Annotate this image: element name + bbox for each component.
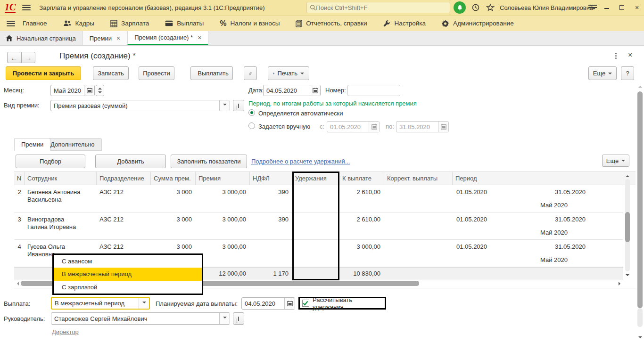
bonus-type-dropdown-button[interactable] (219, 100, 230, 111)
page-tab-additional[interactable]: Дополнительно (43, 138, 102, 151)
scroll-right-icon[interactable] (619, 282, 622, 286)
tab-home[interactable]: Начальная страница (0, 31, 83, 45)
section-payments[interactable]: Выплаты (165, 20, 204, 27)
main-menu-icon[interactable] (22, 5, 31, 10)
col-n[interactable]: N (14, 172, 25, 185)
section-administration[interactable]: Администрирование (442, 20, 514, 27)
period-to-field[interactable] (396, 121, 449, 132)
number-field[interactable] (347, 85, 400, 96)
minimize-button[interactable] (602, 3, 612, 12)
pick-button[interactable]: Подбор (16, 155, 85, 168)
period-manual-radio[interactable] (248, 122, 255, 129)
payment-input[interactable] (52, 298, 139, 309)
manager-input[interactable] (51, 313, 219, 324)
section-main[interactable]: Главное (23, 20, 47, 27)
form-more-button[interactable]: Еще (588, 66, 617, 80)
month-calendar-button[interactable] (84, 85, 94, 96)
month-spinner[interactable] (96, 85, 104, 96)
bonus-type-open-button[interactable] (233, 100, 244, 111)
col-withholding[interactable]: Удержания (292, 172, 339, 185)
form-vertical-scrollbar[interactable] (637, 83, 643, 343)
fill-indicators-button[interactable]: Заполнить показатели (171, 155, 247, 168)
scroll-thumb[interactable] (625, 212, 630, 242)
tab-premia-create[interactable]: Премия (создание) * × (127, 31, 208, 45)
bonus-type-field[interactable] (50, 100, 230, 111)
calc-withholding-checkbox[interactable] (302, 300, 309, 307)
post-button[interactable]: Провести (139, 66, 174, 80)
col-correction[interactable]: Коррект. выплаты (384, 172, 453, 185)
section-personnel[interactable]: Кадры (63, 20, 94, 27)
period-auto-radio[interactable] (248, 109, 255, 116)
nav-forward-button[interactable]: → (21, 52, 35, 63)
col-employee[interactable]: Сотрудник (25, 172, 97, 185)
planned-date-field[interactable] (241, 297, 295, 310)
functions-menu-icon[interactable] (7, 21, 15, 26)
col-payout[interactable]: К выплате (339, 172, 384, 185)
table-row[interactable]: 2 Беляева Антонина Васильевна АЗС 212 3 … (14, 185, 623, 212)
section-reports[interactable]: Отчетность, справки (296, 20, 367, 27)
table-row[interactable]: 3 Виноградова Галина Игоревна АЗС 212 3 … (14, 212, 623, 240)
withholding-details-link[interactable]: Подробнее о расчете удержаний... (251, 158, 350, 165)
tab-close-icon[interactable]: × (116, 34, 120, 42)
period-from-calendar-button[interactable] (369, 122, 379, 132)
payment-dropdown-button[interactable] (139, 298, 149, 309)
date-input[interactable] (264, 85, 310, 96)
history-icon[interactable] (471, 3, 480, 12)
search-input[interactable] (316, 4, 447, 11)
attachments-paperclip-button[interactable] (244, 66, 257, 80)
month-field[interactable] (50, 85, 95, 96)
period-to-input[interactable] (396, 122, 438, 132)
payment-field[interactable] (51, 297, 150, 310)
scroll-up-icon[interactable] (638, 84, 642, 88)
close-window-button[interactable]: × (632, 3, 642, 12)
scroll-left-icon[interactable] (15, 282, 19, 286)
form-close-icon[interactable]: × (628, 51, 632, 59)
manager-field[interactable] (51, 312, 230, 325)
planned-date-calendar-button[interactable] (284, 298, 295, 309)
scroll-up-icon[interactable] (626, 173, 629, 177)
planned-date-input[interactable] (242, 298, 284, 309)
period-from-input[interactable] (327, 122, 369, 132)
restore-button[interactable] (617, 3, 627, 12)
scroll-down-icon[interactable] (638, 336, 642, 340)
month-input[interactable] (51, 85, 84, 96)
page-tab-premii[interactable]: Премии (14, 138, 50, 151)
nav-back-button[interactable]: ← (7, 52, 21, 63)
write-button[interactable]: Записать (93, 66, 129, 80)
global-search-input[interactable] (306, 2, 450, 13)
col-period[interactable]: Период (453, 172, 636, 185)
post-and-close-button[interactable]: Провести и закрыть (6, 66, 81, 80)
col-premium[interactable]: Премия (196, 172, 250, 185)
bonus-type-input[interactable] (51, 100, 219, 111)
table-vertical-scrollbar[interactable] (624, 173, 631, 278)
notifications-bell-icon[interactable] (454, 1, 466, 14)
period-from-field[interactable] (327, 121, 380, 132)
manager-dropdown-button[interactable] (219, 313, 230, 324)
section-settings[interactable]: Настройка (383, 20, 425, 27)
position-link[interactable]: Директор (52, 328, 79, 335)
scroll-thumb[interactable] (637, 91, 643, 308)
add-button[interactable]: Добавить (95, 155, 166, 168)
section-taxes[interactable]: % Налоги и взносы (220, 19, 280, 28)
favorites-star-icon[interactable] (486, 3, 495, 12)
dropdown-option-interpay[interactable]: В межрасчетный период (54, 268, 202, 281)
period-to-calendar-button[interactable] (438, 122, 448, 132)
dropdown-option-advance[interactable]: С авансом (54, 255, 202, 268)
pay-button[interactable]: Выплатить (190, 66, 233, 80)
col-ndfl[interactable]: НДФЛ (250, 172, 292, 185)
number-input[interactable] (348, 85, 400, 96)
tab-premii[interactable]: Премии × (83, 31, 127, 45)
date-field[interactable] (263, 85, 321, 96)
col-department[interactable]: Подразделение (97, 172, 151, 185)
table-more-button[interactable]: Еще (602, 155, 629, 167)
manager-open-button[interactable] (233, 312, 244, 325)
dropdown-option-salary[interactable]: С зарплатой (54, 281, 202, 294)
col-sum[interactable]: Сумма прем. (151, 172, 196, 185)
section-salary[interactable]: Зарплата (110, 20, 149, 27)
more-options-icon[interactable] (615, 53, 617, 60)
help-button[interactable]: ? (621, 66, 634, 80)
scroll-down-icon[interactable] (626, 274, 629, 278)
tab-close-icon[interactable]: × (198, 34, 201, 41)
print-button[interactable]: Печать (268, 66, 309, 80)
date-calendar-button[interactable] (310, 85, 320, 96)
